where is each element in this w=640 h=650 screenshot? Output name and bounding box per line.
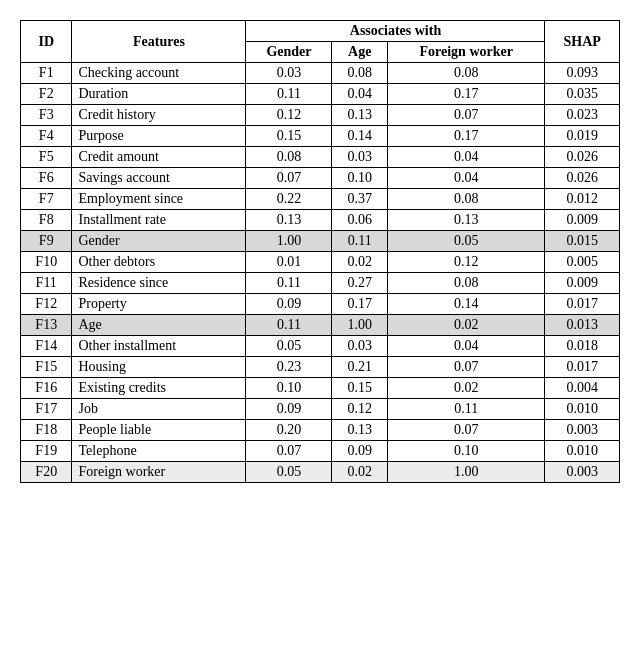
row-foreign-worker: 0.05 bbox=[387, 231, 545, 252]
row-age: 0.13 bbox=[332, 420, 387, 441]
row-shap: 0.026 bbox=[545, 147, 620, 168]
row-shap: 0.003 bbox=[545, 420, 620, 441]
table-row: F2Duration0.110.040.170.035 bbox=[21, 84, 620, 105]
row-gender: 0.11 bbox=[246, 84, 332, 105]
table-row: F7Employment since0.220.370.080.012 bbox=[21, 189, 620, 210]
table-row: F13Age0.111.000.020.013 bbox=[21, 315, 620, 336]
row-feature: Credit history bbox=[72, 105, 246, 126]
row-gender: 0.15 bbox=[246, 126, 332, 147]
row-foreign-worker: 0.10 bbox=[387, 441, 545, 462]
row-gender: 0.07 bbox=[246, 168, 332, 189]
row-gender: 0.09 bbox=[246, 399, 332, 420]
table-row: F19Telephone0.070.090.100.010 bbox=[21, 441, 620, 462]
row-id: F18 bbox=[21, 420, 72, 441]
row-foreign-worker: 0.17 bbox=[387, 126, 545, 147]
row-id: F1 bbox=[21, 63, 72, 84]
row-feature: Savings account bbox=[72, 168, 246, 189]
row-foreign-worker: 0.02 bbox=[387, 315, 545, 336]
table-row: F20Foreign worker0.050.021.000.003 bbox=[21, 462, 620, 483]
row-age: 0.02 bbox=[332, 462, 387, 483]
table-row: F18People liable0.200.130.070.003 bbox=[21, 420, 620, 441]
row-feature: Existing credits bbox=[72, 378, 246, 399]
row-shap: 0.009 bbox=[545, 210, 620, 231]
row-age: 0.21 bbox=[332, 357, 387, 378]
row-foreign-worker: 0.13 bbox=[387, 210, 545, 231]
table-container: ID Features Associates with SHAP Gender … bbox=[20, 20, 620, 483]
row-shap: 0.019 bbox=[545, 126, 620, 147]
row-foreign-worker: 1.00 bbox=[387, 462, 545, 483]
row-feature: Other debtors bbox=[72, 252, 246, 273]
row-foreign-worker: 0.08 bbox=[387, 63, 545, 84]
row-gender: 0.09 bbox=[246, 294, 332, 315]
row-age: 0.10 bbox=[332, 168, 387, 189]
table-row: F8Installment rate0.130.060.130.009 bbox=[21, 210, 620, 231]
row-gender: 0.03 bbox=[246, 63, 332, 84]
row-foreign-worker: 0.08 bbox=[387, 189, 545, 210]
row-gender: 0.01 bbox=[246, 252, 332, 273]
row-id: F8 bbox=[21, 210, 72, 231]
row-foreign-worker: 0.04 bbox=[387, 168, 545, 189]
row-feature: Credit amount bbox=[72, 147, 246, 168]
associates-header: Associates with bbox=[246, 21, 545, 42]
row-shap: 0.004 bbox=[545, 378, 620, 399]
row-id: F7 bbox=[21, 189, 72, 210]
row-foreign-worker: 0.07 bbox=[387, 420, 545, 441]
row-gender: 0.11 bbox=[246, 315, 332, 336]
row-gender: 0.05 bbox=[246, 462, 332, 483]
row-foreign-worker: 0.07 bbox=[387, 105, 545, 126]
row-age: 0.11 bbox=[332, 231, 387, 252]
table-row: F5Credit amount0.080.030.040.026 bbox=[21, 147, 620, 168]
row-shap: 0.013 bbox=[545, 315, 620, 336]
table-row: F15Housing0.230.210.070.017 bbox=[21, 357, 620, 378]
row-shap: 0.015 bbox=[545, 231, 620, 252]
row-age: 0.14 bbox=[332, 126, 387, 147]
row-id: F10 bbox=[21, 252, 72, 273]
row-foreign-worker: 0.11 bbox=[387, 399, 545, 420]
table-row: F4Purpose0.150.140.170.019 bbox=[21, 126, 620, 147]
row-feature: Property bbox=[72, 294, 246, 315]
row-age: 0.17 bbox=[332, 294, 387, 315]
row-age: 0.13 bbox=[332, 105, 387, 126]
row-feature: Checking account bbox=[72, 63, 246, 84]
foreign-worker-subheader: Foreign worker bbox=[387, 42, 545, 63]
row-id: F11 bbox=[21, 273, 72, 294]
row-gender: 0.22 bbox=[246, 189, 332, 210]
features-header: Features bbox=[72, 21, 246, 63]
row-foreign-worker: 0.04 bbox=[387, 336, 545, 357]
row-id: F19 bbox=[21, 441, 72, 462]
row-gender: 0.11 bbox=[246, 273, 332, 294]
row-feature: Telephone bbox=[72, 441, 246, 462]
row-age: 0.08 bbox=[332, 63, 387, 84]
row-feature: Residence since bbox=[72, 273, 246, 294]
row-age: 0.03 bbox=[332, 147, 387, 168]
table-row: F16Existing credits0.100.150.020.004 bbox=[21, 378, 620, 399]
row-foreign-worker: 0.12 bbox=[387, 252, 545, 273]
row-shap: 0.023 bbox=[545, 105, 620, 126]
row-shap: 0.026 bbox=[545, 168, 620, 189]
row-age: 0.37 bbox=[332, 189, 387, 210]
row-gender: 0.07 bbox=[246, 441, 332, 462]
table-row: F17Job0.090.120.110.010 bbox=[21, 399, 620, 420]
row-foreign-worker: 0.02 bbox=[387, 378, 545, 399]
table-row: F9Gender1.000.110.050.015 bbox=[21, 231, 620, 252]
row-feature: Gender bbox=[72, 231, 246, 252]
row-foreign-worker: 0.17 bbox=[387, 84, 545, 105]
table-row: F3Credit history0.120.130.070.023 bbox=[21, 105, 620, 126]
row-foreign-worker: 0.04 bbox=[387, 147, 545, 168]
row-age: 0.09 bbox=[332, 441, 387, 462]
row-age: 0.06 bbox=[332, 210, 387, 231]
row-feature: Purpose bbox=[72, 126, 246, 147]
row-feature: Other installment bbox=[72, 336, 246, 357]
row-shap: 0.005 bbox=[545, 252, 620, 273]
shap-header: SHAP bbox=[545, 21, 620, 63]
row-age: 1.00 bbox=[332, 315, 387, 336]
row-shap: 0.010 bbox=[545, 441, 620, 462]
row-id: F5 bbox=[21, 147, 72, 168]
row-age: 0.02 bbox=[332, 252, 387, 273]
row-feature: Employment since bbox=[72, 189, 246, 210]
row-id: F2 bbox=[21, 84, 72, 105]
row-id: F9 bbox=[21, 231, 72, 252]
table-row: F14Other installment0.050.030.040.018 bbox=[21, 336, 620, 357]
row-feature: Housing bbox=[72, 357, 246, 378]
row-shap: 0.093 bbox=[545, 63, 620, 84]
